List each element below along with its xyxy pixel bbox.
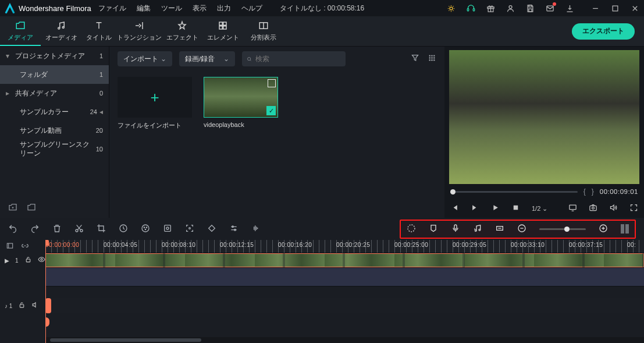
crop-icon[interactable]	[97, 224, 106, 235]
play-icon[interactable]	[491, 203, 500, 214]
undo-icon[interactable]	[8, 224, 17, 235]
svg-point-26	[433, 59, 435, 61]
new-folder-icon[interactable]	[8, 203, 17, 214]
playhead[interactable]	[45, 240, 46, 343]
menu-help[interactable]: ヘルプ	[241, 3, 262, 13]
visibility-icon[interactable]	[38, 256, 45, 265]
track-manage-icon[interactable]	[6, 242, 14, 252]
svg-rect-6	[529, 5, 532, 6]
delete-icon[interactable]	[52, 224, 62, 235]
zoom-out-icon[interactable]	[517, 224, 526, 235]
download-icon[interactable]	[565, 3, 574, 13]
menu-edit[interactable]: 編集	[137, 3, 151, 13]
clip-card[interactable]: ✓ videoplayback	[204, 77, 278, 128]
menu-view[interactable]: 表示	[193, 3, 207, 13]
sidebar-project-media[interactable]: ▾プロジェクトメディア1	[0, 47, 109, 65]
sidebar-sample-color[interactable]: サンプルカラー24◂	[0, 102, 109, 121]
grid-view-icon[interactable]	[428, 54, 436, 64]
fullscreen-icon[interactable]	[629, 203, 638, 214]
timeline-ruler[interactable]: 00:00:00:00 00:00:04:05 00:00:08:10 00:0…	[45, 240, 644, 253]
voiceover-icon[interactable]	[451, 224, 460, 235]
support-icon[interactable]	[466, 3, 475, 13]
record-dropdown[interactable]: 録画/録音⌄	[179, 51, 235, 66]
link-icon[interactable]	[21, 242, 29, 252]
speed-icon[interactable]	[119, 224, 128, 235]
minimize-button[interactable]	[590, 3, 600, 13]
lock-icon[interactable]	[18, 301, 26, 310]
gift-icon[interactable]	[486, 3, 495, 13]
video-track-header[interactable]: ▶ 1	[0, 253, 45, 268]
track-height-icon[interactable]	[621, 224, 629, 234]
zoom-fit-icon[interactable]	[495, 224, 504, 235]
clip-expand-icon[interactable]	[268, 79, 276, 87]
render-icon[interactable]	[407, 224, 416, 235]
marker-shield-icon[interactable]	[429, 224, 438, 235]
save-icon[interactable]	[525, 3, 535, 13]
tab-transitions[interactable]: トランジション	[116, 16, 162, 46]
keyframe-icon[interactable]	[207, 224, 216, 235]
video-track-clip[interactable]	[45, 253, 644, 268]
display-icon[interactable]	[568, 203, 577, 214]
message-icon[interactable]	[545, 3, 554, 13]
redo-icon[interactable]	[30, 224, 40, 235]
color-icon[interactable]	[141, 224, 150, 235]
step-fwd-icon[interactable]	[471, 203, 479, 214]
audio-track-clip[interactable]	[45, 268, 644, 287]
marker-handle[interactable]	[45, 317, 49, 327]
timeline-tracks[interactable]: 00:00:00:00 00:00:04:05 00:00:08:10 00:0…	[45, 240, 644, 343]
clip-thumb[interactable]: ✓	[204, 77, 278, 118]
volume-icon[interactable]	[609, 203, 618, 214]
mark-out-brace[interactable]: }	[592, 188, 594, 196]
sidebar-sample-greenscreen[interactable]: サンプルグリーンスクリーン10	[0, 140, 109, 158]
cut-icon[interactable]	[74, 224, 84, 235]
tips-icon[interactable]	[446, 3, 456, 13]
tab-effects[interactable]: エフェクト	[162, 16, 202, 46]
folder-icon[interactable]	[27, 203, 36, 214]
audio-mixer-icon[interactable]	[473, 224, 482, 235]
tab-splitscreen[interactable]: 分割表示	[243, 16, 284, 46]
scrub-knob[interactable]	[450, 189, 456, 195]
close-button[interactable]	[630, 3, 639, 13]
greenscreen-icon[interactable]	[163, 224, 172, 235]
zoom-slider-knob[interactable]	[564, 227, 570, 232]
music-track-marker[interactable]	[45, 298, 51, 313]
filter-icon[interactable]	[411, 54, 419, 64]
step-back-icon[interactable]	[450, 203, 459, 214]
export-button[interactable]: エクスポート	[572, 23, 635, 40]
preview-scrub-slider[interactable]	[450, 191, 578, 193]
import-card[interactable]: + ファイルをインポート	[118, 77, 192, 130]
audio-track-header[interactable]: ♪ 1	[0, 298, 45, 313]
import-dropdown[interactable]: インポート⌄	[118, 51, 172, 66]
music-track[interactable]	[45, 298, 644, 313]
mute-icon[interactable]	[31, 301, 39, 310]
tab-elements[interactable]: エレメント	[202, 16, 243, 46]
waveform-icon[interactable]	[251, 224, 261, 235]
account-icon[interactable]	[506, 3, 515, 13]
sidebar-sample-video[interactable]: サンプル動画20	[0, 121, 109, 140]
search-box[interactable]	[242, 51, 346, 66]
adjust-icon[interactable]	[229, 224, 239, 235]
lock-icon[interactable]	[24, 256, 32, 265]
mark-in-brace[interactable]: {	[583, 188, 586, 196]
maximize-button[interactable]	[610, 3, 620, 13]
zoom-slider[interactable]	[539, 228, 586, 230]
stop-icon[interactable]	[511, 203, 520, 214]
import-thumb[interactable]: +	[118, 77, 192, 118]
detect-icon[interactable]	[185, 224, 194, 235]
snapshot-icon[interactable]	[589, 203, 597, 214]
sidebar-shared-media[interactable]: ▸共有メディア0	[0, 84, 109, 102]
timeline-scrollbar[interactable]	[45, 337, 644, 343]
menu-tools[interactable]: ツール	[161, 3, 182, 13]
menu-export[interactable]: 出力	[217, 3, 231, 13]
timeline-scroll-thumb[interactable]	[50, 338, 201, 342]
svg-point-11	[62, 27, 64, 29]
tab-titles[interactable]: タイトル	[81, 16, 116, 46]
sidebar-folder[interactable]: フォルダ1	[0, 65, 109, 84]
playback-speed[interactable]: 1/2⌄	[532, 205, 547, 213]
tab-audio[interactable]: オーディオ	[41, 16, 81, 46]
menu-file[interactable]: ファイル	[98, 3, 126, 13]
tab-media[interactable]: メディア	[0, 16, 41, 46]
preview-viewport[interactable]	[449, 50, 639, 184]
zoom-in-icon[interactable]	[599, 224, 608, 235]
search-input[interactable]	[255, 55, 341, 62]
